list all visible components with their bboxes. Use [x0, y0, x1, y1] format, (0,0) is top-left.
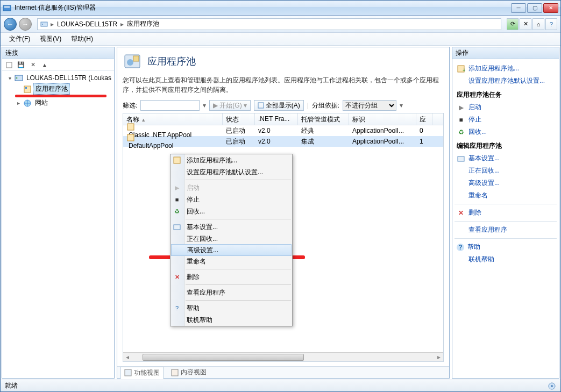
- cm-basic-settings[interactable]: 基本设置...: [171, 221, 292, 233]
- tree-app-pools[interactable]: 应用程序池: [3, 83, 113, 95]
- settings-icon: [457, 154, 465, 163]
- dropdown-icon[interactable]: ▾: [203, 102, 206, 109]
- add-icon: [173, 156, 181, 165]
- action-start[interactable]: ▶ 启动: [455, 101, 557, 113]
- menu-file[interactable]: 文件(F): [5, 33, 34, 45]
- cm-start[interactable]: ▶ 启动: [171, 182, 292, 194]
- menu-view[interactable]: 视图(V): [35, 33, 66, 45]
- sites-icon: [23, 99, 32, 108]
- dropdown-icon[interactable]: ▾: [400, 102, 403, 109]
- collapse-icon[interactable]: ▾: [7, 75, 13, 81]
- scrollbar-thumb[interactable]: [143, 354, 304, 361]
- col-status[interactable]: 状态: [223, 113, 255, 125]
- cm-recycling[interactable]: 正在回收...: [171, 233, 292, 245]
- connections-header: 连接: [2, 47, 114, 59]
- action-set-defaults[interactable]: 设置应用程序池默认设置...: [455, 75, 557, 87]
- action-advanced-settings[interactable]: 高级设置...: [455, 177, 557, 189]
- add-icon: +: [457, 65, 465, 73]
- horizontal-scrollbar[interactable]: ◂ ▸: [123, 352, 443, 361]
- cm-recycle[interactable]: ♻ 回收...: [171, 205, 292, 217]
- col-pipeline-mode[interactable]: 托管管道模式: [298, 113, 349, 125]
- filter-row: 筛选: ▾ ▶ 开始(G) ▾ 全部显示(A) | 分组依据:: [123, 100, 444, 111]
- action-group-tasks: 应用程序池任务: [455, 87, 557, 101]
- showall-icon: [258, 102, 264, 109]
- table-row[interactable]: DefaultAppPool 已启动 v2.0 集成 ApplicationPo…: [123, 136, 443, 147]
- breadcrumb-server[interactable]: LOUKAS-DELL15TR: [56, 19, 118, 29]
- maximize-button[interactable]: ▢: [527, 3, 542, 13]
- cm-add-pool[interactable]: 添加应用程序池...: [171, 154, 292, 166]
- refresh-button[interactable]: ⟳: [507, 18, 519, 30]
- go-button[interactable]: ▶ 开始(G) ▾: [209, 100, 250, 111]
- cm-online-help[interactable]: 联机帮助: [171, 314, 292, 326]
- action-recycling[interactable]: 正在回收...: [455, 165, 557, 177]
- up-button[interactable]: ▲: [40, 60, 49, 70]
- action-add-pool[interactable]: + 添加应用程序池...: [455, 62, 557, 75]
- connect-button[interactable]: [4, 60, 14, 70]
- action-rename[interactable]: 重命名: [455, 189, 557, 202]
- menu-help[interactable]: 帮助(H): [67, 33, 97, 45]
- svg-rect-20: [458, 156, 464, 161]
- page-description: 您可以在此页上查看和管理服务器上的应用程序池列表。应用程序池与工作进程相关联，包…: [123, 75, 444, 95]
- app-pool-icon: [23, 85, 32, 94]
- filter-input[interactable]: [140, 100, 200, 111]
- stop-nav-button[interactable]: ✕: [520, 18, 531, 30]
- cm-set-defaults[interactable]: 设置应用程序池默认设置...: [171, 166, 292, 178]
- expand-icon[interactable]: ▸: [16, 100, 22, 106]
- cm-view-apps[interactable]: 查看应用程序: [171, 287, 292, 298]
- features-icon: [124, 369, 132, 376]
- svg-rect-16: [125, 369, 131, 376]
- forward-button[interactable]: →: [19, 18, 32, 31]
- tab-content-view[interactable]: 内容视图: [168, 367, 210, 378]
- menubar: 文件(F) 视图(V) 帮助(H): [1, 33, 560, 46]
- col-apps[interactable]: 应: [416, 113, 432, 125]
- save-button[interactable]: 💾: [16, 60, 26, 70]
- view-tabs: 功能视图 内容视图: [117, 366, 449, 378]
- tree-root-server[interactable]: ▾ LOUKAS-DELL15TR (Loukas: [3, 73, 113, 83]
- play-icon: ▶: [173, 183, 181, 192]
- server-icon: [15, 74, 23, 82]
- breadcrumb-apppools[interactable]: 应用程序池: [126, 18, 160, 30]
- show-all-button[interactable]: 全部显示(A): [254, 100, 304, 111]
- page-title: 应用程序池: [147, 55, 196, 68]
- tree-sites[interactable]: ▸ 网站: [3, 97, 113, 109]
- chevron-right-icon: ▸: [120, 20, 124, 28]
- cm-help[interactable]: ? 帮助: [171, 302, 292, 314]
- content-icon: [171, 369, 179, 376]
- action-stop[interactable]: ■ 停止: [455, 113, 557, 126]
- svg-rect-1: [4, 6, 10, 8]
- help-nav-button[interactable]: ?: [545, 18, 557, 30]
- action-basic-settings[interactable]: 基本设置...: [455, 152, 557, 165]
- groupby-label: 分组依据:: [312, 101, 339, 110]
- back-button[interactable]: ←: [4, 18, 17, 31]
- stop-icon: ■: [457, 116, 465, 124]
- statusbar: 就绪: [1, 380, 560, 391]
- context-menu: 添加应用程序池... 设置应用程序池默认设置... ▶ 启动 ■ 停止 ♻ 回收…: [170, 154, 293, 326]
- action-recycle[interactable]: ♻ 回收...: [455, 126, 557, 138]
- action-delete[interactable]: ✕ 删除: [455, 206, 557, 219]
- delete-conn-button[interactable]: ✕: [28, 60, 38, 70]
- minimize-button[interactable]: ─: [511, 3, 526, 13]
- titlebar: Internet 信息服务(IIS)管理器 ─ ▢ ✕: [1, 1, 560, 16]
- action-online-help[interactable]: 联机帮助: [455, 253, 557, 266]
- col-identity[interactable]: 标识: [349, 113, 416, 125]
- home-button[interactable]: ⌂: [532, 18, 544, 30]
- col-netframework[interactable]: .NET Fra...: [255, 113, 298, 125]
- svg-rect-7: [24, 86, 31, 92]
- cm-stop[interactable]: ■ 停止: [171, 194, 292, 205]
- tab-features-view[interactable]: 功能视图: [120, 367, 164, 379]
- breadcrumb[interactable]: ▸ LOUKAS-DELL15TR ▸ 应用程序池: [37, 18, 501, 30]
- window-controls: ─ ▢ ✕: [511, 3, 558, 13]
- svg-rect-2: [41, 22, 47, 26]
- actions-header: 操作: [452, 47, 559, 59]
- action-help[interactable]: ? 帮助: [455, 241, 557, 253]
- app-icon: [3, 4, 11, 12]
- cm-advanced-settings[interactable]: 高级设置...: [171, 244, 292, 256]
- svg-point-3: [42, 24, 43, 25]
- cm-delete[interactable]: ✕ 删除: [171, 271, 292, 283]
- connections-tree: ▾ LOUKAS-DELL15TR (Loukas 应用程序池 ▸ 网站: [2, 71, 114, 378]
- cm-rename[interactable]: 重命名: [171, 255, 292, 267]
- go-icon: ▶: [213, 102, 218, 109]
- groupby-select[interactable]: 不进行分组: [343, 100, 396, 111]
- action-view-apps[interactable]: 查看应用程序: [455, 224, 557, 236]
- close-button[interactable]: ✕: [543, 3, 558, 13]
